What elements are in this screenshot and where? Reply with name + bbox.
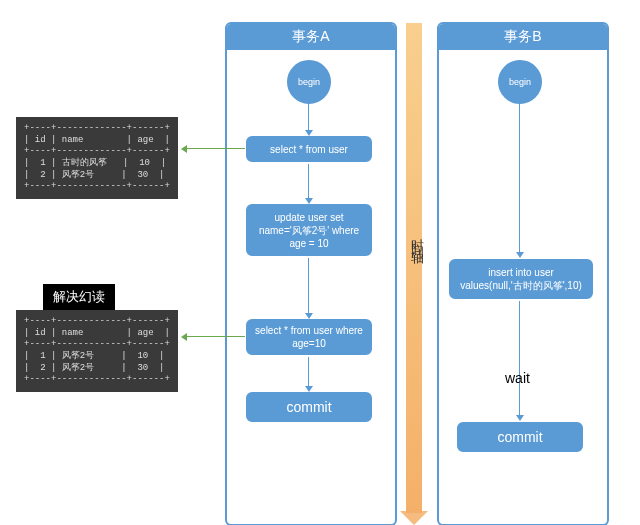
- green-arrow-bottom: [187, 336, 245, 337]
- tx-b-commit: commit: [457, 422, 583, 452]
- transaction-b-header: 事务B: [439, 24, 607, 50]
- tx-b-wait: wait: [505, 370, 530, 386]
- arrow-a4: [308, 357, 309, 387]
- tx-a-step2: update user set name='风筝2号' where age = …: [246, 204, 372, 256]
- tx-b-begin-node: begin: [498, 60, 542, 104]
- tx-a-begin-node: begin: [287, 60, 331, 104]
- time-axis-arrow: [406, 23, 422, 513]
- arrow-a1: [308, 103, 309, 131]
- green-arrow-top: [187, 148, 245, 149]
- tx-a-step1: select * from user: [246, 136, 372, 162]
- result-table-bottom: +----+-------------+------+ | id | name …: [16, 310, 178, 392]
- tx-a-step3: select * from user where age=10: [246, 319, 372, 355]
- arrow-a3: [308, 258, 309, 314]
- result-table-top: +----+-------------+------+ | id | name …: [16, 117, 178, 199]
- tx-a-commit: commit: [246, 392, 372, 422]
- tx-b-insert: insert into user values(null,'古时的风筝',10): [449, 259, 593, 299]
- arrow-b2: [519, 301, 520, 416]
- black-label-bottom: 解决幻读: [43, 284, 115, 310]
- time-axis-label: 时间轴: [408, 228, 426, 246]
- arrow-b1: [519, 103, 520, 253]
- arrow-a2: [308, 164, 309, 199]
- transaction-a-header: 事务A: [227, 24, 395, 50]
